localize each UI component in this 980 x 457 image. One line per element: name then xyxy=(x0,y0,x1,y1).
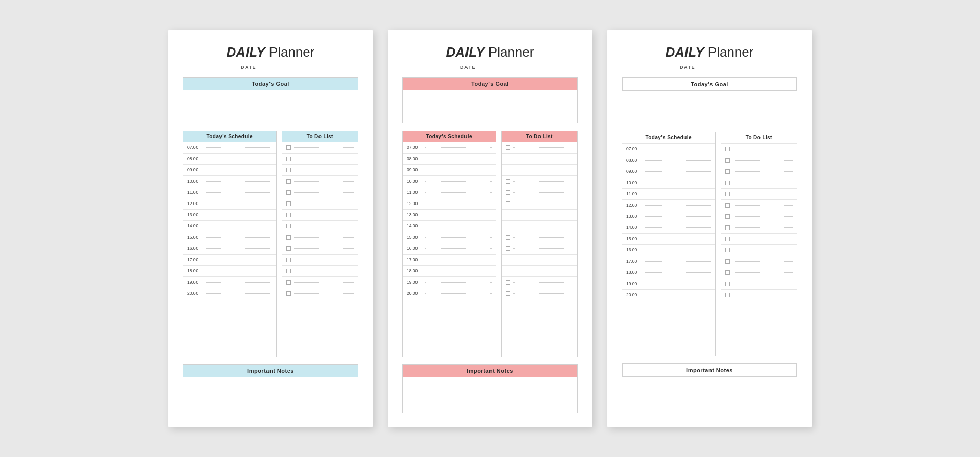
todo-item[interactable] xyxy=(502,254,578,265)
notes-body[interactable] xyxy=(622,377,797,413)
todo-item[interactable] xyxy=(282,187,358,198)
time-slot[interactable]: 20.00 xyxy=(183,288,276,299)
time-slot[interactable]: 15.00 xyxy=(183,232,276,243)
time-slot[interactable]: 11.00 xyxy=(622,188,715,199)
checkbox[interactable] xyxy=(286,235,291,240)
goal-body[interactable] xyxy=(622,91,797,124)
checkbox[interactable] xyxy=(725,158,730,163)
time-slot[interactable]: 09.00 xyxy=(183,164,276,175)
time-slot[interactable]: 13.00 xyxy=(403,209,496,220)
todo-item[interactable] xyxy=(282,243,358,254)
checkbox[interactable] xyxy=(506,258,510,262)
checkbox[interactable] xyxy=(506,179,510,184)
checkbox[interactable] xyxy=(506,190,510,195)
time-slot[interactable]: 13.00 xyxy=(183,209,276,220)
todo-item[interactable] xyxy=(721,143,797,155)
todo-item[interactable] xyxy=(502,164,578,175)
time-slot[interactable]: 12.00 xyxy=(622,199,715,211)
time-slot[interactable]: 07.00 xyxy=(403,142,496,153)
time-slot[interactable]: 15.00 xyxy=(622,233,715,244)
checkbox[interactable] xyxy=(506,280,510,285)
todo-item[interactable] xyxy=(282,153,358,164)
checkbox[interactable] xyxy=(506,246,510,251)
todo-item[interactable] xyxy=(721,289,797,300)
todo-item[interactable] xyxy=(502,198,578,209)
checkbox[interactable] xyxy=(506,213,510,217)
checkbox[interactable] xyxy=(506,145,510,150)
time-slot[interactable]: 09.00 xyxy=(622,166,715,177)
checkbox[interactable] xyxy=(725,259,730,264)
time-slot[interactable]: 10.00 xyxy=(183,175,276,187)
todo-item[interactable] xyxy=(282,276,358,288)
checkbox[interactable] xyxy=(286,291,291,296)
todo-item[interactable] xyxy=(721,222,797,233)
todo-item[interactable] xyxy=(721,278,797,289)
time-slot[interactable]: 13.00 xyxy=(622,211,715,222)
todo-item[interactable] xyxy=(282,220,358,232)
time-slot[interactable]: 14.00 xyxy=(183,220,276,232)
todo-item[interactable] xyxy=(721,211,797,222)
checkbox[interactable] xyxy=(506,235,510,240)
checkbox[interactable] xyxy=(506,168,510,172)
todo-item[interactable] xyxy=(502,220,578,232)
time-slot[interactable]: 07.00 xyxy=(183,142,276,153)
checkbox[interactable] xyxy=(725,237,730,241)
todo-item[interactable] xyxy=(282,265,358,276)
todo-item[interactable] xyxy=(282,232,358,243)
todo-item[interactable] xyxy=(502,142,578,153)
checkbox[interactable] xyxy=(725,293,730,297)
notes-body[interactable] xyxy=(403,377,577,413)
time-slot[interactable]: 09.00 xyxy=(403,164,496,175)
todo-item[interactable] xyxy=(721,244,797,256)
todo-item[interactable] xyxy=(282,254,358,265)
time-slot[interactable]: 18.00 xyxy=(183,265,276,276)
goal-body[interactable] xyxy=(403,90,577,123)
time-slot[interactable]: 17.00 xyxy=(622,256,715,267)
checkbox[interactable] xyxy=(506,224,510,229)
todo-item[interactable] xyxy=(502,187,578,198)
todo-item[interactable] xyxy=(721,188,797,199)
time-slot[interactable]: 17.00 xyxy=(403,254,496,265)
todo-item[interactable] xyxy=(282,209,358,220)
checkbox[interactable] xyxy=(725,248,730,252)
checkbox[interactable] xyxy=(725,214,730,219)
time-slot[interactable]: 12.00 xyxy=(183,198,276,209)
time-slot[interactable]: 14.00 xyxy=(403,220,496,232)
time-slot[interactable]: 07.00 xyxy=(622,143,715,155)
checkbox[interactable] xyxy=(725,169,730,174)
time-slot[interactable]: 20.00 xyxy=(403,288,496,299)
todo-item[interactable] xyxy=(282,288,358,299)
todo-item[interactable] xyxy=(502,265,578,276)
time-slot[interactable]: 16.00 xyxy=(622,244,715,256)
checkbox[interactable] xyxy=(286,145,291,150)
todo-item[interactable] xyxy=(502,209,578,220)
time-slot[interactable]: 11.00 xyxy=(183,187,276,198)
checkbox[interactable] xyxy=(286,269,291,273)
checkbox[interactable] xyxy=(286,201,291,206)
time-slot[interactable]: 08.00 xyxy=(403,153,496,164)
checkbox[interactable] xyxy=(286,258,291,262)
checkbox[interactable] xyxy=(286,213,291,217)
todo-item[interactable] xyxy=(721,233,797,244)
todo-item[interactable] xyxy=(721,155,797,166)
checkbox[interactable] xyxy=(286,280,291,285)
checkbox[interactable] xyxy=(286,190,291,195)
checkbox[interactable] xyxy=(286,246,291,251)
todo-item[interactable] xyxy=(282,175,358,187)
checkbox[interactable] xyxy=(506,157,510,161)
time-slot[interactable]: 11.00 xyxy=(403,187,496,198)
checkbox[interactable] xyxy=(725,192,730,196)
time-slot[interactable]: 12.00 xyxy=(403,198,496,209)
todo-item[interactable] xyxy=(502,288,578,299)
checkbox[interactable] xyxy=(286,179,291,184)
todo-item[interactable] xyxy=(502,153,578,164)
time-slot[interactable]: 16.00 xyxy=(403,243,496,254)
time-slot[interactable]: 18.00 xyxy=(622,267,715,278)
time-slot[interactable]: 18.00 xyxy=(403,265,496,276)
todo-item[interactable] xyxy=(502,276,578,288)
todo-item[interactable] xyxy=(721,199,797,211)
notes-body[interactable] xyxy=(183,377,358,413)
checkbox[interactable] xyxy=(286,168,291,172)
time-slot[interactable]: 19.00 xyxy=(622,278,715,289)
time-slot[interactable]: 16.00 xyxy=(183,243,276,254)
